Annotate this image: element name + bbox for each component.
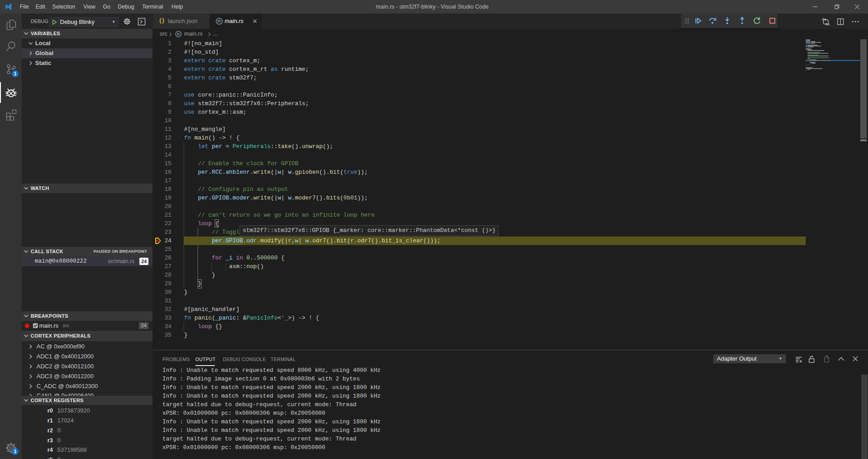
svg-text:R: R (177, 32, 180, 37)
svg-text:R: R (218, 19, 221, 23)
